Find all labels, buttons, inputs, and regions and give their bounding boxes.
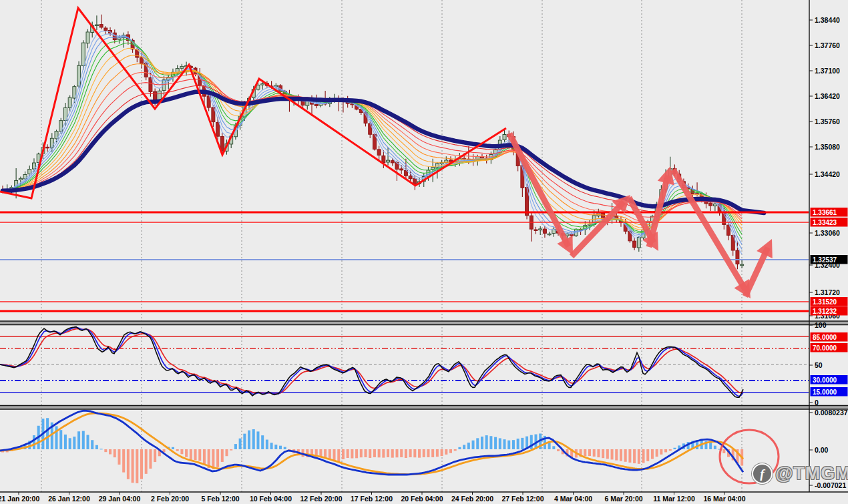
y-axis-label: 1.33060 xyxy=(815,229,840,237)
x-axis-label: 21 Jan 20:00 xyxy=(0,495,39,503)
price-tag: 15.0000 xyxy=(813,389,837,396)
y-axis-label: 50 xyxy=(815,361,823,369)
y-axis-label: 1.37760 xyxy=(815,41,840,49)
price-tag: 30.0000 xyxy=(813,376,837,384)
price-tag: 85.0000 xyxy=(813,334,837,341)
y-axis-label: 100 xyxy=(815,321,827,329)
price-tag: 70.0000 xyxy=(813,344,837,352)
price-tag: 1.33423 xyxy=(813,219,837,226)
x-axis-label: 6 Mar 20:00 xyxy=(604,495,642,503)
x-axis-label: 24 Feb 20:00 xyxy=(451,495,493,503)
y-axis-label: -0.007021 xyxy=(815,481,846,489)
y-axis-label: 0.0080237 xyxy=(815,409,848,417)
y-axis-label: 0 xyxy=(815,399,819,407)
price-tag: 1.31520 xyxy=(813,298,837,306)
x-axis-label: 2 Feb 20:00 xyxy=(151,495,189,503)
y-axis-label: 1.35080 xyxy=(815,143,840,151)
x-axis-label: 27 Feb 12:00 xyxy=(501,495,544,503)
x-axis-label: 10 Feb 04:00 xyxy=(250,495,292,503)
y-axis-label: 1.37100 xyxy=(815,67,840,75)
x-axis-label: 29 Jan 04:00 xyxy=(99,495,141,503)
price-tag: 1.32537 xyxy=(813,256,837,264)
y-axis-label: 1.31720 xyxy=(815,288,840,296)
x-axis-label: 20 Feb 04:00 xyxy=(401,495,443,503)
y-axis-label: 1.36420 xyxy=(815,92,840,100)
y-axis-label: 1.34420 xyxy=(815,170,840,178)
x-axis-label: 17 Feb 12:00 xyxy=(351,495,393,503)
x-axis-label: 5 Feb 12:00 xyxy=(201,495,239,503)
x-axis-label: 12 Feb 20:00 xyxy=(300,495,342,503)
x-axis-label: 11 Mar 12:00 xyxy=(653,495,695,503)
x-axis-label: 16 Mar 04:00 xyxy=(703,495,745,503)
trading-chart-window: 1.384401.377601.371001.364201.357601.350… xyxy=(0,0,848,504)
y-axis-label: 1.38440 xyxy=(815,16,840,24)
price-tag: 1.33661 xyxy=(813,209,837,216)
x-axis-label: 4 Mar 04:00 xyxy=(554,495,592,503)
y-axis-label: 0.00 xyxy=(815,446,829,454)
x-axis-label: 26 Jan 12:00 xyxy=(48,495,90,503)
y-axis-label: 1.35760 xyxy=(815,117,840,125)
price-tag: 1.31232 xyxy=(813,308,837,315)
chart-canvas[interactable]: 1.384401.377601.371001.364201.357601.350… xyxy=(0,0,848,504)
